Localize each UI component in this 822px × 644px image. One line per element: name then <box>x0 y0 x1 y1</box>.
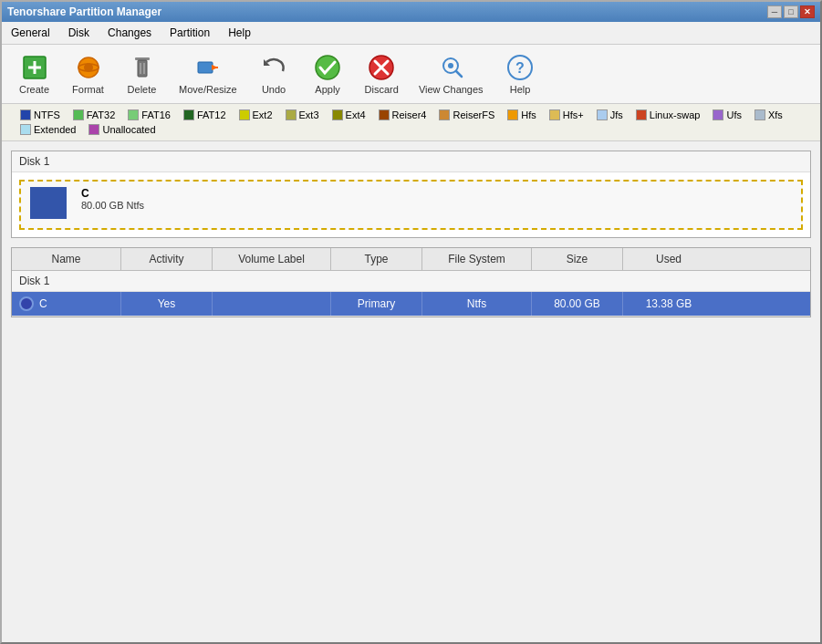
legend-item-ext2: Ext2 <box>239 109 273 120</box>
legend-color-xfs <box>754 109 765 120</box>
svg-rect-7 <box>138 60 147 77</box>
create-label: Create <box>19 84 49 95</box>
maximize-button[interactable]: □ <box>784 5 798 18</box>
legend-label-fat32: FAT32 <box>87 109 116 120</box>
partition-inner: C 80.00 GB Ntfs <box>81 187 144 211</box>
view-changes-button[interactable]: View Changes <box>411 48 492 99</box>
legend-color-ext2 <box>239 109 250 120</box>
cell-filesystem: Ntfs <box>422 292 532 316</box>
legend-item-hfs+: Hfs+ <box>549 109 584 120</box>
apply-icon <box>313 53 342 82</box>
create-button[interactable]: Create <box>9 48 59 99</box>
menu-help[interactable]: Help <box>219 24 260 42</box>
close-button[interactable]: ✕ <box>800 5 815 18</box>
menu-general[interactable]: General <box>2 24 59 42</box>
menu-changes[interactable]: Changes <box>99 24 161 42</box>
undo-button[interactable]: Undo <box>249 48 299 99</box>
legend-item-fat16: FAT16 <box>128 109 171 120</box>
partition-row-icon <box>19 296 34 311</box>
table-row[interactable]: C Yes Primary Ntfs 80.00 GB 13.38 GB <box>12 292 810 317</box>
legend-item-hfs: Hfs <box>507 109 536 120</box>
legend-item-ext4: Ext4 <box>332 109 366 120</box>
help-icon: ? <box>505 53 535 82</box>
legend-item-xfs: Xfs <box>754 109 783 120</box>
main-content: Disk 1 C 80.00 GB Ntfs Name Activity <box>2 141 820 642</box>
legend-label-ext2: Ext2 <box>253 109 273 120</box>
legend-color-hfs <box>507 109 518 120</box>
format-button[interactable]: Format <box>63 48 113 99</box>
legend-item-fat12: FAT12 <box>183 109 226 120</box>
disk-section: Disk 1 C 80.00 GB Ntfs <box>11 151 811 238</box>
table-group-disk1: Disk 1 <box>12 271 810 292</box>
legend-item-unallocated: Unallocated <box>88 124 155 135</box>
legend-label-linux-swap: Linux-swap <box>650 109 701 120</box>
delete-icon <box>128 53 157 82</box>
partition-block[interactable]: C 80.00 GB Ntfs <box>19 180 803 230</box>
legend-item-reiserfs: ReiserFS <box>439 109 494 120</box>
window-title: Tenorshare Partition Manager <box>7 5 161 18</box>
minimize-button[interactable]: ─ <box>767 5 782 18</box>
legend-label-extended: Extended <box>34 124 76 135</box>
legend-color-ext3 <box>286 109 297 120</box>
legend-label-hfs+: Hfs+ <box>563 109 584 120</box>
partition-drive-label: C <box>81 187 144 200</box>
legend-color-extended <box>20 124 31 135</box>
view-changes-icon <box>436 53 465 82</box>
legend-color-fat12 <box>183 109 194 120</box>
legend-color-linux-swap <box>636 109 647 120</box>
help-button[interactable]: ? Help <box>495 48 546 99</box>
legend-color-reiserfs <box>439 109 450 120</box>
legend-label-unallocated: Unallocated <box>102 124 155 135</box>
col-activity: Activity <box>121 248 213 270</box>
legend-label-reiserfs: ReiserFS <box>453 109 494 120</box>
move-resize-label: Move/Resize <box>179 84 237 95</box>
legend-label-ext3: Ext3 <box>299 109 319 120</box>
legend-item-jfs: Jfs <box>597 109 623 120</box>
format-icon <box>74 53 103 82</box>
partition-size-label: 80.00 GB Ntfs <box>81 200 144 211</box>
menu-bar: General Disk Changes Partition Help <box>2 22 820 45</box>
table-section: Name Activity Volume Label Type File Sys… <box>11 247 811 317</box>
legend-label-hfs: Hfs <box>521 109 536 120</box>
legend-label-jfs: Jfs <box>610 109 623 120</box>
legend-label-reiser4: Reiser4 <box>392 109 427 120</box>
legend-color-ntfs <box>20 109 31 120</box>
move-resize-button[interactable]: Move/Resize <box>171 48 245 99</box>
menu-disk[interactable]: Disk <box>59 24 99 42</box>
discard-label: Discard <box>365 84 399 95</box>
apply-button[interactable]: Apply <box>303 48 353 99</box>
legend-label-xfs: Xfs <box>768 109 783 120</box>
legend-item-ntfs: NTFS <box>20 109 60 120</box>
legend-item-extended: Extended <box>20 124 76 135</box>
col-name: Name <box>12 248 121 270</box>
discard-icon <box>367 53 396 82</box>
legend-item-ufs: Ufs <box>713 109 742 120</box>
main-window: Tenorshare Partition Manager ─ □ ✕ Gener… <box>0 0 822 644</box>
legend-item-ext3: Ext3 <box>286 109 319 120</box>
svg-line-19 <box>456 71 462 77</box>
delete-button[interactable]: Delete <box>117 48 167 99</box>
legend-color-jfs <box>597 109 608 120</box>
svg-point-18 <box>448 63 453 68</box>
legend-label-ext4: Ext4 <box>346 109 366 120</box>
move-resize-icon <box>193 53 223 82</box>
cell-volume-label <box>213 292 331 316</box>
cell-type: Primary <box>331 292 422 316</box>
svg-rect-10 <box>198 62 213 73</box>
legend-color-ext4 <box>332 109 343 120</box>
format-label: Format <box>72 84 104 95</box>
toolbar: Create Format Delete <box>2 45 820 104</box>
title-bar: Tenorshare Partition Manager ─ □ ✕ <box>2 2 820 22</box>
col-filesystem: File System <box>422 248 532 270</box>
title-bar-buttons: ─ □ ✕ <box>767 5 815 18</box>
undo-label: Undo <box>262 84 286 95</box>
discard-button[interactable]: Discard <box>357 48 407 99</box>
table-header: Name Activity Volume Label Type File Sys… <box>12 248 810 271</box>
menu-partition[interactable]: Partition <box>161 24 219 42</box>
legend-color-fat16 <box>128 109 139 120</box>
legend-color-ufs <box>713 109 723 120</box>
cell-activity: Yes <box>121 292 213 316</box>
disk-title: Disk 1 <box>12 151 810 172</box>
legend-item-linux-swap: Linux-swap <box>636 109 701 120</box>
apply-label: Apply <box>315 84 340 95</box>
